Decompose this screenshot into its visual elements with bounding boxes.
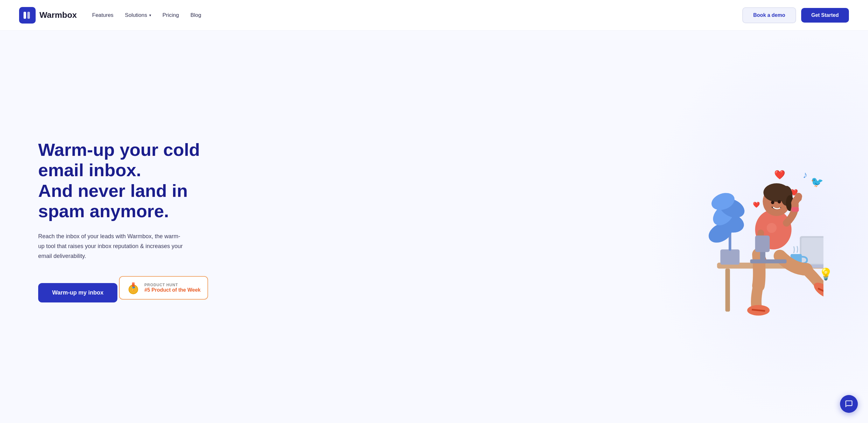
nav-right: Book a demo Get Started: [742, 7, 849, 23]
chevron-down-icon: ▾: [149, 13, 151, 18]
svg-point-28: [795, 193, 802, 200]
svg-point-21: [767, 223, 777, 233]
brand-name-text: Warmbox: [39, 10, 77, 20]
hero-illustration: ❤️ ❤️ ❤️ ♪ 🐦 💡: [658, 138, 849, 322]
nav-link-solutions[interactable]: Solutions ▾: [125, 12, 151, 19]
product-hunt-label: PRODUCT HUNT: [145, 283, 201, 287]
chat-icon: [845, 400, 853, 408]
svg-rect-36: [755, 236, 770, 252]
svg-rect-17: [802, 238, 824, 264]
nav-left: Warmbox Features Solutions ▾ Pricing Blo…: [19, 7, 202, 24]
product-hunt-medal-icon: 🏅: [127, 281, 140, 294]
nav-link-pricing[interactable]: Pricing: [163, 12, 179, 19]
product-hunt-rank: #5 Product of the Week: [145, 287, 201, 293]
chat-bubble-button[interactable]: [840, 395, 858, 413]
nav-item-pricing[interactable]: Pricing: [163, 12, 179, 19]
svg-rect-0: [24, 12, 26, 19]
warmup-inbox-button[interactable]: Warm-up my inbox: [38, 283, 117, 302]
svg-rect-1: [27, 12, 30, 19]
hero-content: Warm-up your cold email inbox. And never…: [38, 140, 216, 320]
svg-rect-7: [725, 269, 730, 312]
nav-links: Features Solutions ▾ Pricing Blog: [92, 12, 202, 19]
hero-section: Warm-up your cold email inbox. And never…: [0, 31, 868, 423]
scene-container: ❤️ ❤️ ❤️ ♪ 🐦 💡: [658, 138, 849, 322]
svg-text:🏅: 🏅: [130, 287, 136, 292]
svg-rect-9: [720, 249, 740, 265]
product-hunt-badge[interactable]: 🏅 PRODUCT HUNT #5 Product of the Week: [119, 276, 209, 300]
get-started-button[interactable]: Get Started: [801, 8, 849, 23]
nav-item-blog[interactable]: Blog: [191, 12, 202, 19]
book-demo-button[interactable]: Book a demo: [742, 7, 796, 23]
product-hunt-text: PRODUCT HUNT #5 Product of the Week: [145, 283, 201, 293]
brand-logo-icon: [19, 7, 36, 24]
brand-logo-link[interactable]: Warmbox: [19, 7, 77, 24]
svg-point-26: [771, 201, 774, 204]
nav-item-features[interactable]: Features: [92, 12, 114, 19]
navbar: Warmbox Features Solutions ▾ Pricing Blo…: [0, 0, 868, 31]
hero-description: Reach the inbox of your leads with Warmb…: [38, 231, 185, 261]
svg-point-27: [778, 200, 781, 203]
svg-rect-29: [792, 207, 799, 212]
nav-link-features[interactable]: Features: [92, 12, 114, 19]
nav-item-solutions[interactable]: Solutions ▾: [125, 12, 151, 19]
svg-rect-5: [132, 283, 134, 284]
hero-title: Warm-up your cold email inbox. And never…: [38, 140, 216, 222]
nav-link-blog[interactable]: Blog: [191, 12, 202, 19]
svg-rect-34: [750, 259, 786, 263]
